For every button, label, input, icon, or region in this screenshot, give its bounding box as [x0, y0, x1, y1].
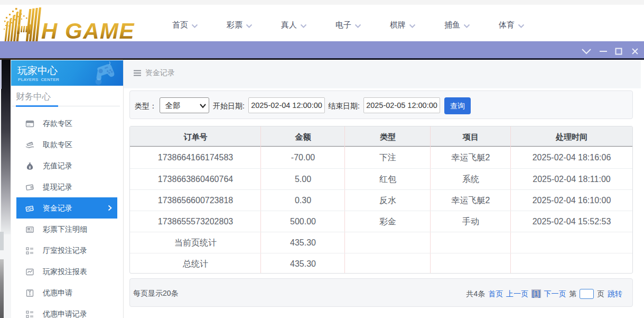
svg-text:H GAME: H GAME	[41, 19, 135, 43]
